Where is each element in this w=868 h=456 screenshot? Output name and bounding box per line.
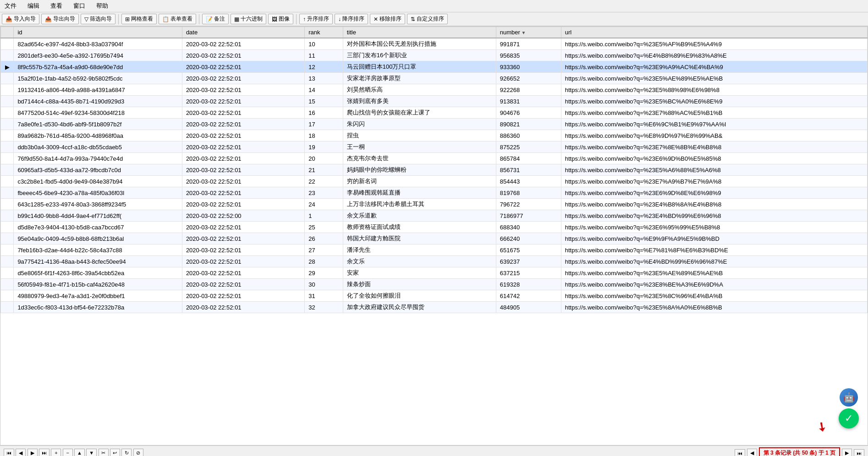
grid-view-button[interactable]: ⊞ 网格查看: [121, 14, 157, 24]
table-row[interactable]: bd7144c4-c88a-4435-8b71-4190d929d32020-0…: [1, 96, 868, 107]
first-page-btn-right[interactable]: ⏮: [735, 449, 745, 456]
export-wizard-button[interactable]: 📤 导出向导: [41, 14, 79, 24]
table-row[interactable]: fbeeec45-6be9-4230-a78a-485f0a36f03l2020…: [1, 187, 868, 199]
menu-file[interactable]: 文件: [2, 1, 19, 11]
menu-view[interactable]: 查看: [48, 1, 65, 11]
table-cell: 2020-03-02 22:52:01: [182, 267, 304, 279]
table-row[interactable]: 2801def3-ee30-4e5e-a392-17695b74942020-0…: [1, 50, 868, 61]
undo-button[interactable]: ↩: [110, 449, 120, 456]
table-cell: 643c1285-e233-4974-80a3-3868ff9234f5: [14, 199, 182, 210]
down-button[interactable]: ▼: [86, 449, 97, 456]
row-indicator-cell: [1, 302, 14, 313]
table-row[interactable]: 49880979-9ed3-4e7a-a3d1-2e0f0dbbef12020-…: [1, 290, 868, 302]
remove-sort-button[interactable]: ✕ 移除排序: [370, 14, 405, 24]
table-cell: 922268: [496, 84, 561, 96]
menu-edit[interactable]: 编辑: [25, 1, 42, 11]
note-button[interactable]: 📝 备注: [202, 14, 229, 24]
row-indicator-cell: [1, 256, 14, 267]
table-row[interactable]: 15a2f01e-1fab-4a52-b592-9b5802f5cdc2020-…: [1, 73, 868, 84]
col-id[interactable]: id: [14, 27, 182, 38]
table-row[interactable]: 89a9682b-761d-485a-9200-4d8968f0aa2020-0…: [1, 130, 868, 141]
table-cell: 484905: [496, 302, 561, 313]
table-cell: 26: [305, 233, 343, 244]
table-cell: 23: [305, 187, 343, 199]
table-row[interactable]: 1d33ec6c-f803-413d-bf54-6e72232b78a2020-…: [1, 302, 868, 313]
filter-wizard-button[interactable]: ▽ 筛选向导: [81, 14, 115, 24]
check-fab[interactable]: ✓: [839, 408, 859, 429]
table-cell: 16: [305, 107, 343, 119]
col-title[interactable]: title: [343, 27, 496, 38]
table-cell: 刘昊然晒乐高: [343, 84, 496, 96]
table-row[interactable]: d5e8065f-6f1f-4263-8f6c-39a54cbb52ea2020…: [1, 267, 868, 279]
table-row[interactable]: ddb3b0a4-3009-4ccf-a18c-db55cdaeb52020-0…: [1, 141, 868, 153]
sort-asc-button[interactable]: ↑ 升序排序: [299, 14, 333, 24]
import-wizard-button[interactable]: 📥 导入向导: [2, 14, 39, 24]
image-button[interactable]: 🖼 图像: [268, 14, 293, 24]
next-row-button[interactable]: ▶: [27, 449, 38, 456]
table-cell: 1d33ec6c-f803-413d-bf54-6e72232b78a: [14, 302, 182, 313]
col-date[interactable]: date: [182, 27, 304, 38]
table-row[interactable]: 7feb16b3-d2ae-44d4-b22c-58c4a37c882020-0…: [1, 244, 868, 256]
table-cell: bd7144c4-c88a-4435-8b71-4190d929d3: [14, 96, 182, 107]
table-row[interactable]: 56f05949-f81e-4f71-b15b-caf4a2620e482020…: [1, 279, 868, 290]
table-cell: https://s.weibo.com/weibo?q=%E6%9C%B1%E9…: [561, 119, 867, 130]
form-view-button[interactable]: 📋 表单查看: [159, 14, 196, 24]
col-url[interactable]: url: [561, 27, 867, 38]
sort-desc-button[interactable]: ↓ 降序排序: [335, 14, 368, 24]
filter-icon: ▽: [84, 16, 88, 22]
table-cell: 22: [305, 176, 343, 187]
next-btn-right[interactable]: ▶: [842, 449, 852, 456]
table-cell: c3c2b8e1-fbd5-4d0d-9e49-084e387b94: [14, 176, 182, 187]
table-container[interactable]: id date rank title number url 82ad654c-e…: [0, 26, 868, 445]
menu-window[interactable]: 窗口: [71, 1, 88, 11]
table-cell: 2020-03-02 22:52:01: [182, 84, 304, 96]
table-cell: 三部门发布16个新职业: [343, 50, 496, 61]
table-row[interactable]: 643c1285-e233-4974-80a3-3868ff9234f52020…: [1, 199, 868, 210]
cut-button[interactable]: ✂: [99, 449, 109, 456]
table-cell: 辣条炒面: [343, 279, 496, 290]
add-row-button[interactable]: +: [51, 449, 61, 456]
table-cell: https://s.weibo.com/weibo?q=%23E5%AE%89%…: [561, 73, 867, 84]
row-indicator-cell: [1, 38, 14, 50]
hex-button[interactable]: ▦ 十六进制: [231, 14, 266, 24]
clear-button[interactable]: ⊘: [133, 449, 143, 456]
robot-fab[interactable]: 🤖: [840, 388, 858, 407]
table-row[interactable]: 95e04a9c-0409-4c59-b8b8-68fb213b6al2020-…: [1, 233, 868, 244]
up-button[interactable]: ▲: [74, 449, 85, 456]
table-row[interactable]: 76f9d550-8a14-4d7a-993a-79440c7e4d2020-0…: [1, 153, 868, 164]
table-row[interactable]: ▶8f9c557b-527a-45a4-a9d0-68de90e7dd2020-…: [1, 61, 868, 73]
table-row[interactable]: 8477520d-514c-49ef-9234-58300d4f2182020-…: [1, 107, 868, 119]
table-cell: 2020-03-02 22:52:01: [182, 233, 304, 244]
table-row[interactable]: b99c14d0-9bb8-4dd4-9ae4-ef771d62ff(2020-…: [1, 210, 868, 222]
col-number[interactable]: number: [496, 27, 561, 38]
table-row[interactable]: 82ad654c-e397-4d24-8bb3-83a037904f2020-0…: [1, 38, 868, 50]
col-rank[interactable]: rank: [305, 27, 343, 38]
table-cell: 19132416-a806-44b9-a988-a4391a6847: [14, 84, 182, 96]
delete-row-button[interactable]: −: [63, 449, 73, 456]
table-row[interactable]: 60965af3-d5b5-433d-aa72-9fbcdb7c0d2020-0…: [1, 164, 868, 176]
row-indicator-cell: [1, 153, 14, 164]
table-row[interactable]: d5d8e7e3-9404-4130-b5d8-caa7bccd672020-0…: [1, 222, 868, 233]
prev-page-button[interactable]: ◀: [16, 449, 26, 456]
table-cell: ddb3b0a4-3009-4ccf-a18c-db55cdaeb5: [14, 141, 182, 153]
first-page-button[interactable]: ⏮: [4, 449, 14, 456]
table-cell: 2020-03-02 22:52:01: [182, 176, 304, 187]
table-cell: 余文乐道歉: [343, 210, 496, 222]
refresh-button[interactable]: ↻: [121, 449, 132, 456]
note-label: 备注: [214, 15, 225, 23]
last-page-button[interactable]: ⏭: [39, 449, 49, 456]
last-btn-right[interactable]: ⏭: [854, 449, 864, 456]
table-row[interactable]: 9a775421-4136-48aa-b443-8cfec50ee942020-…: [1, 256, 868, 267]
custom-sort-button[interactable]: ⇅ 自定义排序: [407, 14, 448, 24]
table-cell: https://s.weibo.com/weibo?q=%23E7%A9%B7%…: [561, 176, 867, 187]
table-row[interactable]: 7a8e0fe1-d530-4bd6-abf9-5f1b8097b2f2020-…: [1, 119, 868, 130]
table-cell: https://s.weibo.com/weibo?q=%23E6%9D%8E%…: [561, 187, 867, 199]
table-cell: 865784: [496, 153, 561, 164]
table-row[interactable]: 19132416-a806-44b9-a988-a4391a68472020-0…: [1, 84, 868, 96]
table-cell: 2801def3-ee30-4e5e-a392-17695b7494: [14, 50, 182, 61]
table-row[interactable]: c3c2b8e1-fbd5-4d0d-9e49-084e387b942020-0…: [1, 176, 868, 187]
menu-help[interactable]: 帮助: [93, 1, 111, 11]
prev-btn-right[interactable]: ◀: [747, 449, 757, 456]
table-cell: 956835: [496, 50, 561, 61]
table-cell: 2020-03-02 22:52:01: [182, 302, 304, 313]
